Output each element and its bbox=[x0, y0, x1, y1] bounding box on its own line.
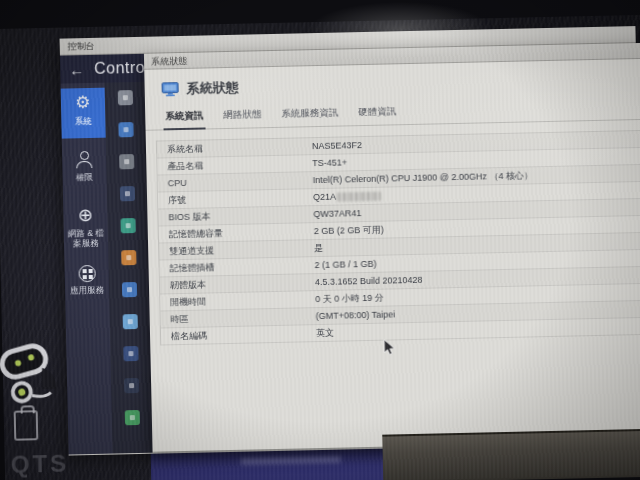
subitem-icon[interactable] bbox=[117, 90, 132, 105]
tab-label: 系統資訊 bbox=[165, 110, 203, 122]
sidebar-item-label: 系統 bbox=[75, 116, 92, 126]
row-value: Intel(R) Celeron(R) CPU J1900 @ 2.00GHz … bbox=[313, 169, 533, 187]
system-status-window: 系統狀態 系統狀態 系統資訊 網路狀態 系統服務資訊 bbox=[144, 43, 640, 452]
subitem-icon[interactable] bbox=[123, 346, 138, 361]
row-value-text: 0 天 0 小時 19 分 bbox=[315, 291, 384, 305]
subitem-icon[interactable] bbox=[119, 186, 134, 201]
tab-label: 網路狀態 bbox=[223, 108, 261, 120]
qts-logo: QTS bbox=[11, 450, 70, 479]
row-label: BIOS 版本 bbox=[158, 208, 313, 224]
row-value-text: 2 GB (2 GB 可用) bbox=[314, 223, 384, 238]
row-label: 雙通道支援 bbox=[159, 242, 314, 258]
sidebar-item[interactable]: 應用服務 bbox=[64, 260, 109, 311]
tab[interactable]: 系統服務資訊 bbox=[279, 105, 340, 127]
sidebar-item-label: 權限 bbox=[76, 172, 93, 182]
subitem-icon[interactable] bbox=[123, 378, 138, 393]
row-value-text: (GMT+08:00) Taipei bbox=[316, 309, 396, 321]
row-value-text: 是 bbox=[314, 241, 323, 254]
row-value: 4.5.3.1652 Build 20210428 bbox=[315, 275, 423, 287]
row-label: 系統名稱 bbox=[157, 140, 312, 156]
back-icon[interactable]: ← bbox=[69, 61, 84, 78]
subitem-icon[interactable] bbox=[120, 218, 135, 233]
row-value-text: 英文 bbox=[316, 326, 334, 339]
sidebar-item[interactable]: 網路 & 檔案服務 bbox=[63, 200, 108, 255]
subitem-icon[interactable] bbox=[119, 154, 134, 169]
system-status-heading: 系統狀態 bbox=[186, 79, 238, 98]
row-value-text: TS-451+ bbox=[312, 157, 347, 168]
row-value: 英文 bbox=[316, 326, 334, 339]
tab-label: 系統服務資訊 bbox=[281, 107, 338, 119]
subitem-icon[interactable] bbox=[121, 250, 136, 265]
row-value: 是 bbox=[314, 241, 323, 254]
row-value: 2 GB (2 GB 可用) bbox=[314, 223, 384, 238]
row-value-text: QW37AR41 bbox=[313, 208, 361, 219]
row-value-text: Intel(R) Celeron(R) CPU J1900 @ 2.00GHz … bbox=[313, 169, 533, 187]
tab[interactable]: 硬體資訊 bbox=[356, 103, 398, 125]
row-label: 韌體版本 bbox=[160, 276, 315, 292]
tilted-screen: QTS 控制台 ← Control Panel 系統 bbox=[0, 0, 640, 480]
tab[interactable]: 網路狀態 bbox=[221, 106, 263, 128]
row-label: 產品名稱 bbox=[157, 157, 312, 173]
row-label: 記憶體插槽 bbox=[159, 259, 314, 275]
sidebar-item-label: 應用服務 bbox=[70, 285, 104, 296]
sidebar-item[interactable]: 權限 bbox=[62, 144, 107, 195]
row-value-text: NAS5E43F2 bbox=[312, 140, 362, 151]
redacted-serial-blur bbox=[337, 191, 381, 201]
subitem-icon[interactable] bbox=[122, 314, 137, 329]
monitor-bezel bbox=[382, 429, 640, 480]
row-label: 時區 bbox=[161, 310, 316, 326]
tab[interactable]: 系統資訊 bbox=[163, 107, 205, 130]
sidebar-item-icon bbox=[73, 93, 93, 113]
row-label: 序號 bbox=[158, 191, 313, 207]
sidebar-item-icon bbox=[74, 149, 94, 169]
sidebar-item-label: 網路 & 檔案服務 bbox=[66, 228, 106, 249]
sidebar-item[interactable]: 系統 bbox=[61, 88, 106, 139]
row-label: 檔名編碼 bbox=[161, 327, 316, 343]
row-label: CPU bbox=[158, 175, 313, 188]
row-value: NAS5E43F2 bbox=[312, 140, 362, 151]
row-label: 開機時間 bbox=[160, 293, 315, 309]
subitem-icon[interactable] bbox=[124, 410, 139, 425]
row-label: 記憶體總容量 bbox=[159, 225, 314, 241]
row-value-text: 2 (1 GB / 1 GB) bbox=[314, 259, 376, 270]
sidebar-item-icon bbox=[78, 265, 95, 282]
row-value: Q21A bbox=[313, 191, 381, 202]
screen-photo: QTS 控制台 ← Control Panel 系統 bbox=[0, 0, 640, 480]
row-value: (GMT+08:00) Taipei bbox=[316, 309, 396, 321]
row-value: TS-451+ bbox=[312, 157, 347, 168]
subitem-icon[interactable] bbox=[118, 122, 133, 137]
monitor-icon bbox=[162, 82, 179, 96]
row-value-text: Q21A bbox=[313, 192, 336, 202]
row-value: 0 天 0 小時 19 分 bbox=[315, 291, 384, 305]
sidebar-item-icon bbox=[75, 205, 95, 225]
system-info-table: 系統名稱 NAS5E43F2 產品名稱 TS-451+ bbox=[156, 130, 640, 346]
briefcase-icon bbox=[14, 410, 39, 441]
mouse-cursor bbox=[383, 338, 395, 360]
subitem-icon[interactable] bbox=[121, 282, 136, 297]
tab-label: 硬體資訊 bbox=[358, 105, 396, 117]
row-value-text: 4.5.3.1652 Build 20210428 bbox=[315, 275, 423, 287]
row-value: QW37AR41 bbox=[313, 208, 361, 219]
row-value: 2 (1 GB / 1 GB) bbox=[314, 259, 376, 270]
